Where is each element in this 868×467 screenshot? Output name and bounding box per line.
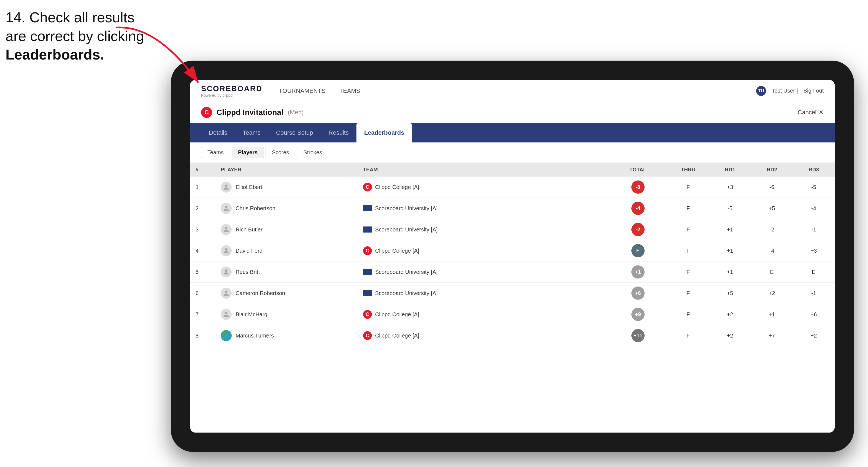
tournament-header: C Clippd Invitational (Men) Cancel ✕: [190, 102, 835, 123]
col-header-team: TEAM: [358, 163, 609, 177]
cell-rd2: -6: [751, 177, 793, 198]
col-header-total: TOTAL: [609, 163, 667, 177]
cell-rd2: +1: [751, 304, 793, 325]
player-name: Rich Butler: [236, 226, 262, 233]
svg-point-6: [225, 291, 227, 293]
team-name: Scoreboard University [A]: [375, 205, 438, 212]
tournament-name: Clippd Invitational: [217, 108, 283, 117]
cell-player: Rich Butler: [215, 219, 358, 240]
cell-rd3: -1: [793, 283, 835, 304]
tab-teams[interactable]: Teams: [235, 123, 268, 143]
team-logo-icon: [363, 226, 372, 232]
cell-rd2: -4: [751, 240, 793, 261]
team-name: Scoreboard University [A]: [375, 290, 438, 297]
cell-total: -4: [609, 198, 667, 219]
filter-scores[interactable]: Scores: [266, 147, 295, 158]
cell-rd3: +3: [793, 240, 835, 261]
score-badge: +9: [631, 308, 645, 321]
player-avatar: [221, 224, 232, 235]
cell-thru: F: [667, 240, 709, 261]
cell-rd3: -1: [793, 219, 835, 240]
header-right: TU Test User | Sign out: [756, 86, 824, 96]
col-header-rd1: RD1: [709, 163, 751, 177]
cell-rd3: +2: [793, 325, 835, 346]
table-row: 7Blair McHargCClippd College [A]+9F+2+1+…: [190, 304, 835, 325]
team-logo-icon: C: [363, 183, 372, 191]
cell-total: +11: [609, 325, 667, 346]
cell-rank: 3: [190, 219, 215, 240]
player-name: David Ford: [236, 248, 262, 254]
tab-results[interactable]: Results: [321, 123, 356, 143]
nav-teams[interactable]: TEAMS: [339, 86, 360, 96]
score-badge: +6: [631, 286, 645, 300]
table-row: 3Rich ButlerScoreboard University [A]-2F…: [190, 219, 835, 240]
cancel-label: Cancel: [798, 109, 816, 116]
tablet-shell: SCOREBOARD Powered by clippd TOURNAMENTS…: [171, 61, 854, 452]
team-name: Clippd College [A]: [375, 248, 419, 254]
cell-total: -8: [609, 177, 667, 198]
cell-rank: 8: [190, 325, 215, 346]
svg-point-7: [225, 312, 227, 314]
score-badge: -4: [631, 202, 645, 215]
team-logo-icon: [363, 290, 372, 296]
filter-teams[interactable]: Teams: [201, 147, 230, 158]
cell-rd1: +1: [709, 261, 751, 283]
cell-total: -2: [609, 219, 667, 240]
col-header-rank: #: [190, 163, 215, 177]
cell-team: Scoreboard University [A]: [358, 261, 609, 283]
main-nav: TOURNAMENTS TEAMS: [279, 86, 756, 96]
filter-players[interactable]: Players: [232, 147, 264, 158]
cell-rd2: +2: [751, 283, 793, 304]
team-name: Scoreboard University [A]: [375, 226, 438, 233]
col-header-thru: THRU: [667, 163, 709, 177]
instruction-arrow: [102, 22, 212, 105]
team-name: Clippd College [A]: [375, 184, 419, 190]
player-avatar: [221, 203, 232, 214]
cell-total: +6: [609, 283, 667, 304]
team-logo-icon: C: [363, 246, 372, 255]
svg-point-1: [225, 185, 227, 187]
signout-link[interactable]: Sign out: [804, 88, 824, 94]
cell-thru: F: [667, 177, 709, 198]
cell-rd2: -2: [751, 219, 793, 240]
cell-thru: F: [667, 261, 709, 283]
team-logo-icon: [363, 205, 372, 211]
cell-player: David Ford: [215, 240, 358, 261]
player-name: Cameron Robertson: [236, 290, 285, 297]
col-header-rd3: RD3: [793, 163, 835, 177]
cell-rank: 5: [190, 261, 215, 283]
player-avatar: [221, 182, 232, 193]
cancel-button[interactable]: Cancel ✕: [798, 109, 824, 116]
player-name: Marcus Turners: [236, 333, 274, 339]
cell-rd1: -5: [709, 198, 751, 219]
tab-leaderboards[interactable]: Leaderboards: [356, 123, 412, 143]
cell-player: Chris Robertson: [215, 198, 358, 219]
cell-thru: F: [667, 283, 709, 304]
header-username: Test User |: [772, 88, 798, 94]
cell-rd1: +1: [709, 219, 751, 240]
score-badge: -2: [631, 223, 645, 236]
col-header-rd2: RD2: [751, 163, 793, 177]
svg-point-4: [225, 248, 227, 251]
nav-tournaments[interactable]: TOURNAMENTS: [279, 86, 326, 96]
player-name: Elliot Ebert: [236, 184, 262, 190]
tab-course-setup[interactable]: Course Setup: [268, 123, 321, 143]
tournament-logo: C: [201, 107, 212, 118]
app-header: SCOREBOARD Powered by clippd TOURNAMENTS…: [190, 80, 835, 102]
cell-rd1: +2: [709, 304, 751, 325]
cell-rank: 2: [190, 198, 215, 219]
cell-player: Elliot Ebert: [215, 177, 358, 198]
tournament-title-area: C Clippd Invitational (Men): [201, 107, 304, 118]
score-badge: +11: [631, 329, 645, 342]
tab-details[interactable]: Details: [201, 123, 235, 143]
cell-thru: F: [667, 325, 709, 346]
cell-total: +9: [609, 304, 667, 325]
cell-rd3: E: [793, 261, 835, 283]
col-header-player: PLAYER: [215, 163, 358, 177]
user-avatar: TU: [756, 86, 766, 96]
cell-team: CClippd College [A]: [358, 177, 609, 198]
team-logo-icon: C: [363, 331, 372, 340]
filter-strokes[interactable]: Strokes: [297, 147, 328, 158]
cell-rd2: +5: [751, 198, 793, 219]
player-avatar: [221, 288, 232, 299]
